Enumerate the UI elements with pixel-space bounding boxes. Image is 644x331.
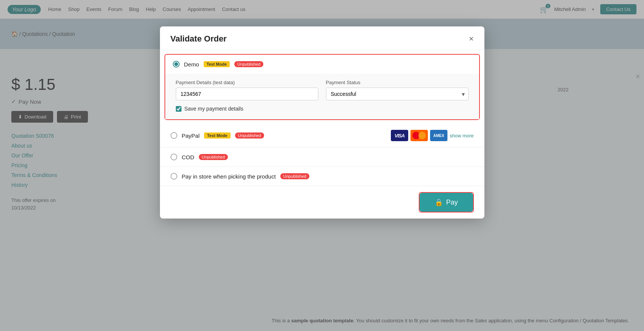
- demo-label: Demo: [184, 61, 199, 68]
- payment-option-demo-container: Demo Test Mode Unpublished Payment Detai…: [164, 54, 480, 120]
- demo-test-mode-badge: Test Mode: [204, 61, 230, 67]
- modal-header: Validate Order ×: [160, 26, 484, 50]
- radio-paypal[interactable]: [171, 132, 177, 139]
- cod-unpublished-badge: Unpublished: [199, 154, 228, 160]
- lock-icon: 🔒: [435, 198, 443, 206]
- save-payment-label: Save my payment details: [184, 106, 243, 112]
- modal-body: Demo Test Mode Unpublished Payment Detai…: [160, 50, 484, 219]
- radio-store[interactable]: [171, 173, 177, 180]
- radio-cod[interactable]: [171, 154, 177, 160]
- modal-footer: 🔒 Pay: [160, 186, 484, 219]
- validate-order-modal: Validate Order × Demo Test Mode Unpublis…: [160, 26, 484, 219]
- payment-status-select[interactable]: Successful Failed Pending: [326, 88, 469, 100]
- demo-unpublished-badge: Unpublished: [234, 61, 263, 67]
- payment-option-demo[interactable]: Demo Test Mode Unpublished: [165, 55, 479, 74]
- modal-title: Validate Order: [171, 34, 227, 44]
- radio-demo[interactable]: [173, 61, 180, 68]
- cod-label: COD: [182, 154, 194, 160]
- store-label: Pay in store when picking the product: [182, 173, 276, 180]
- pay-label: Pay: [446, 199, 458, 206]
- dismiss-button[interactable]: ×: [635, 72, 640, 82]
- payment-details-group: Payment Details (test data): [176, 80, 318, 100]
- save-payment-checkbox[interactable]: [176, 106, 181, 112]
- payment-status-select-wrapper: Successful Failed Pending: [326, 88, 469, 100]
- store-unpublished-badge: Unpublished: [280, 173, 309, 179]
- paypal-unpublished-badge: Unpublished: [235, 132, 264, 139]
- payment-option-store[interactable]: Pay in store when picking the product Un…: [160, 167, 484, 186]
- payment-details-input[interactable]: [176, 88, 318, 100]
- amex-card-icon: AMEX: [430, 130, 447, 141]
- payment-option-paypal[interactable]: PayPal Test Mode Unpublished VISA AMEX s…: [160, 124, 484, 148]
- payment-details-section: Payment Details (test data) Payment Stat…: [165, 74, 479, 119]
- pay-button[interactable]: 🔒 Pay: [420, 193, 473, 212]
- payment-option-cod[interactable]: COD Unpublished: [160, 148, 484, 167]
- card-icons: VISA AMEX show more: [391, 130, 474, 141]
- save-payment-row: Save my payment details: [176, 106, 469, 112]
- payment-form-row: Payment Details (test data) Payment Stat…: [176, 80, 469, 100]
- paypal-label: PayPal: [182, 132, 200, 139]
- payment-status-group: Payment Status Successful Failed Pending: [326, 80, 469, 100]
- paypal-test-mode-badge: Test Mode: [204, 132, 231, 139]
- pay-button-container: 🔒 Pay: [419, 192, 473, 212]
- show-more-link[interactable]: show more: [450, 133, 474, 139]
- content-area: 🏠 / Quotations / Quotation $ 1.15 ✓ Pay …: [0, 19, 644, 331]
- mastercard-icon: [410, 130, 428, 141]
- payment-details-label: Payment Details (test data): [176, 80, 318, 85]
- payment-status-label: Payment Status: [326, 80, 469, 85]
- visa-card-icon: VISA: [391, 130, 408, 141]
- modal-close-button[interactable]: ×: [469, 35, 474, 43]
